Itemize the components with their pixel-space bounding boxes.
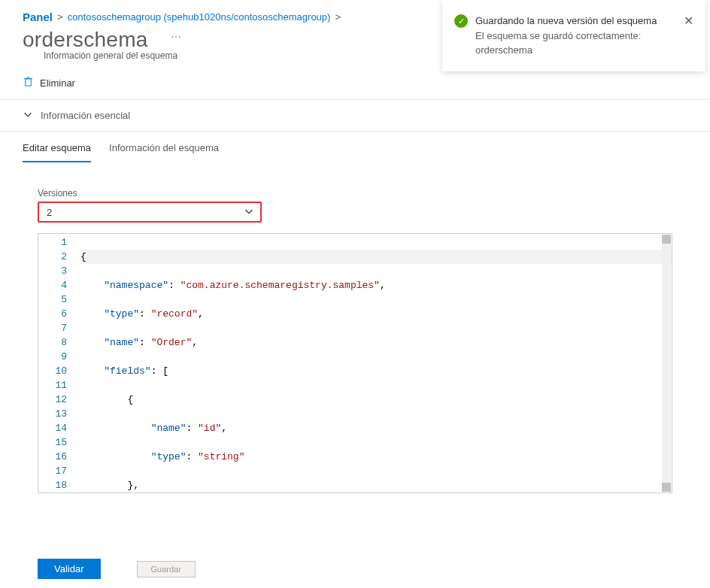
versions-value: 2 — [47, 207, 52, 218]
chevron-right-icon: > — [57, 11, 63, 23]
essential-info-toggle[interactable]: Información esencial — [0, 100, 710, 132]
footer-actions: Validar Guardar — [38, 559, 196, 579]
scrollbar-thumb[interactable] — [662, 483, 671, 492]
breadcrumb-root[interactable]: Panel — [23, 11, 53, 23]
page-title: orderschema — [23, 28, 148, 52]
toast-title: Guardando la nueva versión del esquema — [475, 14, 676, 29]
editor-scrollbar[interactable] — [662, 235, 671, 492]
breadcrumb-link[interactable]: contososchemagroup (spehub1020ns/contoso… — [68, 11, 331, 23]
svg-rect-0 — [26, 79, 32, 86]
editor-gutter: 1 2 3 4 5 6 7 8 9 10 11 12 13 14 15 16 1… — [38, 234, 80, 493]
toast-close-icon[interactable]: ✕ — [684, 14, 693, 28]
more-icon[interactable]: ⋯ — [171, 31, 181, 43]
toast-message: Guardando la nueva versión del esquema E… — [475, 14, 676, 58]
save-button: Guardar — [137, 561, 196, 577]
success-check-icon: ✓ — [454, 14, 468, 28]
notification-toast: ✓ Guardando la nueva versión del esquema… — [442, 0, 705, 71]
chevron-down-icon — [23, 109, 33, 122]
content-area: Versiones 2 1 2 3 4 5 6 7 8 9 10 11 12 1… — [0, 162, 710, 493]
delete-label: Eliminar — [40, 77, 75, 89]
tab-edit-schema[interactable]: Editar esquema — [23, 142, 91, 162]
validate-button[interactable]: Validar — [38, 559, 101, 579]
tab-schema-info[interactable]: Información del esquema — [109, 142, 219, 162]
toast-subtitle: El esquema se guardó correctamente: orde… — [475, 29, 676, 58]
code-editor[interactable]: 1 2 3 4 5 6 7 8 9 10 11 12 13 14 15 16 1… — [38, 233, 672, 493]
versions-label: Versiones — [38, 188, 672, 199]
editor-content[interactable]: { "namespace": "com.azure.schemaregistry… — [80, 234, 672, 493]
versions-dropdown[interactable]: 2 — [38, 202, 262, 223]
tabs: Editar esquema Información del esquema — [0, 132, 710, 162]
delete-button[interactable]: Eliminar — [23, 76, 75, 89]
chevron-right-icon: > — [335, 11, 341, 23]
trash-icon — [23, 76, 34, 89]
chevron-down-icon — [244, 206, 254, 219]
scrollbar-thumb[interactable] — [662, 235, 671, 244]
essential-label: Información esencial — [41, 110, 130, 121]
